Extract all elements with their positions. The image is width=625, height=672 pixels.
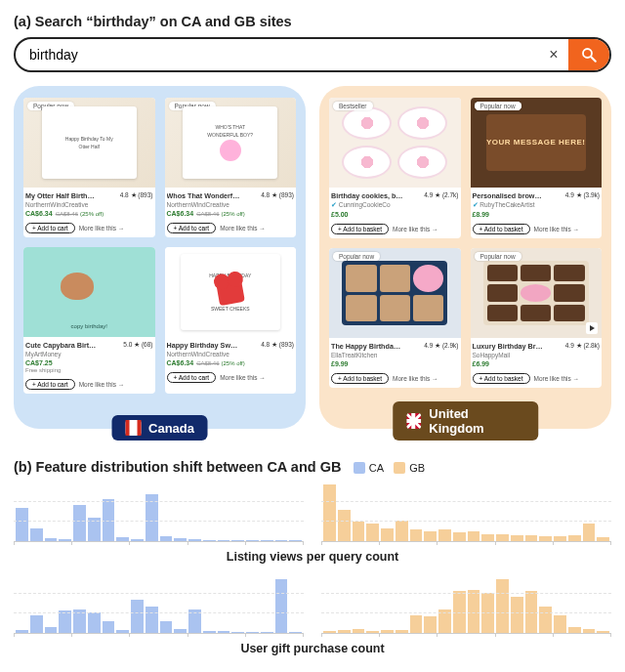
chart-bar xyxy=(381,528,394,541)
chart-bar xyxy=(438,609,451,633)
more-like-this-link[interactable]: More like this → xyxy=(220,225,266,231)
more-like-this-link[interactable]: More like this → xyxy=(79,381,125,388)
add-to-basket-button[interactable]: + Add to basket xyxy=(473,224,530,234)
listing-rating: 5.0 ★ (68) xyxy=(123,341,152,350)
chart-bar xyxy=(323,484,336,541)
verified-icon: ✔ xyxy=(331,201,339,208)
chart-bar xyxy=(73,609,86,633)
listing-title: Happy Birthday Sweet Cheeks Bi... xyxy=(167,341,240,350)
add-to-cart-button[interactable]: + Add to cart xyxy=(167,372,217,383)
listing-thumbnail[interactable]: Popular nowHappy Birthday To MyOtter Hal… xyxy=(23,98,155,188)
listing-card[interactable]: Popular nowPopular nowThe Happy Birthday… xyxy=(329,248,461,388)
listing-thumbnail[interactable]: Popular nowPopular now xyxy=(471,248,603,338)
section-a-title: (a) Search “birthday” on CA and GB sites xyxy=(14,14,613,29)
legend-label-gb: GB xyxy=(409,462,425,474)
chart-gift-purchase-ca xyxy=(14,573,304,634)
svg-line-1 xyxy=(591,57,596,62)
listing-title: Cute Capybara Birthday Greetin... xyxy=(25,341,99,350)
listing-title: Whos That Wonderful Boy Nanal... xyxy=(167,191,240,200)
more-like-this-link[interactable]: More like this → xyxy=(534,226,580,232)
chart-bar xyxy=(88,518,101,541)
add-to-cart-button[interactable]: + Add to cart xyxy=(167,223,217,233)
chart-bar xyxy=(131,600,144,633)
listing-rating: 4.9 ★ (2.7k) xyxy=(424,191,458,200)
chart-bar xyxy=(496,579,509,633)
listing-thumbnail[interactable]: Popular nowWHO'S THATWONDERFUL BOY? xyxy=(165,98,297,188)
more-like-this-link[interactable]: More like this → xyxy=(393,226,438,232)
chart-bar xyxy=(30,528,43,541)
section-b-title: (b) Feature distribution shift between C… xyxy=(14,459,341,475)
chart-bar xyxy=(583,524,596,541)
chart-bar xyxy=(146,494,158,541)
legend-label-ca: CA xyxy=(369,462,384,474)
chart-bar xyxy=(88,612,101,633)
chart-bar xyxy=(539,607,552,633)
search-button[interactable] xyxy=(568,39,609,70)
listing-price: £9.99 xyxy=(331,360,349,367)
verified-icon: ✔ xyxy=(473,201,480,208)
more-like-this-link[interactable]: More like this → xyxy=(79,225,125,231)
chart-bar xyxy=(481,593,494,633)
chart-bar xyxy=(468,590,480,633)
search-input[interactable] xyxy=(16,39,539,70)
listing-seller: ✔ CunningCookieCo xyxy=(331,201,459,209)
legend-swatch-ca xyxy=(354,462,365,474)
chart-bar xyxy=(511,597,523,633)
chart-bar xyxy=(453,591,466,633)
results-grid-gb: BestsellerBestsellerBirthday cookies, bi… xyxy=(329,98,602,388)
chart-bar xyxy=(438,529,451,541)
chart-bar xyxy=(353,522,365,541)
listing-thumbnail[interactable]: copy birthday! xyxy=(23,247,155,337)
add-to-basket-button[interactable]: + Add to basket xyxy=(473,373,530,384)
more-like-this-link[interactable]: More like this → xyxy=(534,375,580,382)
listing-rating: 4.9 ★ (2.8k) xyxy=(565,342,600,351)
chart-bar xyxy=(103,499,115,541)
add-to-cart-button[interactable]: + Add to cart xyxy=(25,223,75,233)
chart-caption-2: User gift purchase count xyxy=(12,642,613,655)
listing-card[interactable]: Popular nowPopular nowLuxury Birthday Br… xyxy=(471,248,603,388)
listing-card[interactable]: copy birthday!Cute Capybara Birthday Gre… xyxy=(23,247,155,394)
listing-card[interactable]: BestsellerBestsellerBirthday cookies, bi… xyxy=(329,98,461,238)
listing-title: My Otter Half Birthday Card | Hu... xyxy=(25,191,99,200)
chart-bar xyxy=(410,529,423,541)
chart-bar xyxy=(160,621,173,633)
chart-bar xyxy=(396,521,408,541)
chart-bar xyxy=(468,531,480,541)
chart-bar xyxy=(410,615,423,633)
listing-price: £6.99 xyxy=(473,360,490,367)
listing-rating: 4.9 ★ (2.9k) xyxy=(424,342,458,351)
listing-thumbnail[interactable]: Popular nowPopular now xyxy=(329,248,461,338)
chart-bar xyxy=(338,510,351,541)
add-to-basket-button[interactable]: + Add to basket xyxy=(331,224,389,234)
chart-bar xyxy=(424,616,437,633)
more-like-this-link[interactable]: More like this → xyxy=(220,374,266,381)
listing-rating: 4.8 ★ (893) xyxy=(261,341,294,350)
play-icon[interactable] xyxy=(586,322,598,334)
chart-listing-views-ca xyxy=(14,482,304,542)
chart-bar xyxy=(453,532,466,541)
add-to-basket-button[interactable]: + Add to basket xyxy=(331,373,389,384)
listing-seller: NorthernWindCreative xyxy=(25,201,153,208)
listing-title: Luxury Birthday Brownies, Birth... xyxy=(473,342,546,351)
listing-seller: ✔ RubyTheCakeArtist xyxy=(473,201,601,209)
chart-bar xyxy=(188,609,201,633)
more-like-this-link[interactable]: More like this → xyxy=(393,375,438,382)
listing-card[interactable]: Popular nowYOUR MESSAGE HERE!Popular now… xyxy=(471,98,603,238)
chart-bar xyxy=(73,505,86,541)
listing-price: CA$6.34 xyxy=(25,210,53,217)
chart-bar xyxy=(554,615,566,633)
listing-thumbnail[interactable]: BestsellerBestseller xyxy=(329,98,461,188)
listing-thumbnail[interactable]: HAPPY BIRTHDAYSWEET CHEEKS xyxy=(165,247,297,337)
listing-price: £8.99 xyxy=(473,211,490,218)
listing-thumbnail[interactable]: Popular nowYOUR MESSAGE HERE!Popular now xyxy=(471,98,603,188)
add-to-cart-button[interactable]: + Add to cart xyxy=(25,379,75,390)
chart-bar xyxy=(103,621,115,633)
country-panels: Popular nowHappy Birthday To MyOtter Hal… xyxy=(14,86,611,429)
country-chip-gb: United Kingdom xyxy=(393,401,539,441)
listing-card[interactable]: HAPPY BIRTHDAYSWEET CHEEKSHappy Birthday… xyxy=(165,247,297,394)
listing-title: The Happy Birthday Box xyxy=(331,342,404,351)
listing-card[interactable]: Popular nowWHO'S THATWONDERFUL BOY?Whos … xyxy=(165,98,297,237)
clear-icon[interactable]: × xyxy=(539,39,568,70)
panel-ca: Popular nowHappy Birthday To MyOtter Hal… xyxy=(14,86,306,429)
listing-card[interactable]: Popular nowHappy Birthday To MyOtter Hal… xyxy=(23,98,155,237)
